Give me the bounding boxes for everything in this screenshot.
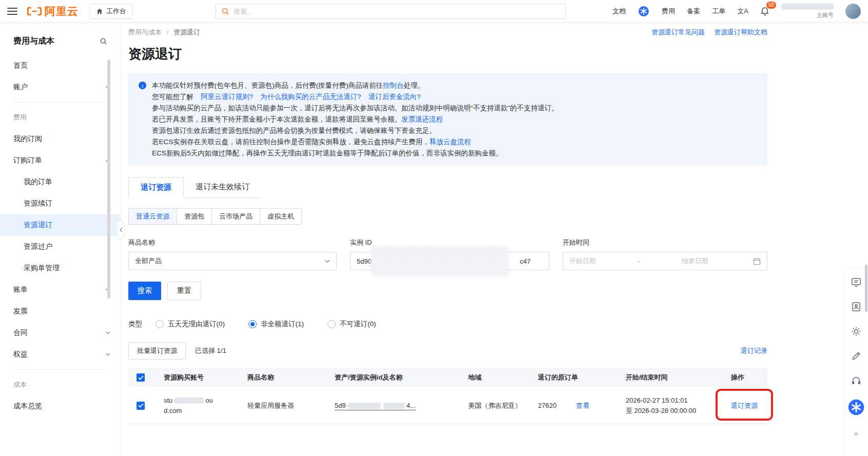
product-select[interactable]: 全部产品 (128, 252, 337, 270)
cell-order: 27620 查看 (538, 401, 626, 411)
nav-beian[interactable]: 备案 (687, 7, 700, 16)
sidebar-item-renewal[interactable]: 资源续订 (0, 193, 121, 214)
sidebar-scrollbar[interactable] (107, 60, 110, 299)
workbench-button[interactable]: 工作台 (90, 4, 132, 19)
sidebar-item-account[interactable]: 账户 (0, 76, 121, 98)
sidebar-item-orders[interactable]: 订购订单 (0, 150, 121, 171)
aliyun-logo-icon (27, 6, 42, 16)
panel-expand-arrow-icon[interactable]: » (854, 429, 858, 438)
radio-non-refundable[interactable]: 不可退订(0) (327, 320, 376, 329)
sidebar-collapse-handle[interactable] (118, 221, 125, 239)
radio-five-day-no-reason[interactable]: 五天无理由退订(0) (156, 320, 225, 329)
help-doc-link[interactable]: 资源退订帮助文档 (714, 28, 767, 37)
sidebar-item-cost-overview[interactable]: 成本总览 (0, 395, 121, 417)
search-icon (221, 7, 229, 15)
page-title: 资源退订 (128, 45, 767, 63)
notification-bell-icon[interactable]: 58 (760, 7, 769, 16)
sidebar-search-icon[interactable] (100, 37, 107, 45)
aliyun-logo[interactable]: 阿里云 (27, 4, 79, 18)
nav-ticket[interactable]: 工单 (712, 7, 725, 16)
sidebar-item-my-orders[interactable]: 我的订单 (0, 171, 121, 193)
refund-rules-link[interactable]: 阿里云退订规则? (201, 93, 253, 101)
date-range-picker[interactable]: 开始日期 - 结束日期 (563, 252, 767, 270)
chip-normal-cloud-resource[interactable]: 普通云资源 (128, 208, 177, 225)
account-type-label: 主账号 (817, 11, 834, 19)
faq-link[interactable]: 资源退订常见问题 (651, 28, 705, 37)
release-disk-link[interactable]: 释放云盘流程 (430, 138, 471, 146)
info-line: ECS新购后5天内如做过降配，再操作五天无理由退订时退款金额等于降配后订单的价值… (152, 148, 758, 159)
sidebar-item-benefits[interactable]: 权益 (0, 344, 121, 365)
chevron-down-icon (324, 260, 330, 263)
col-product: 商品名称 (247, 372, 335, 383)
chevron-down-icon (105, 331, 110, 334)
page-scrollbar[interactable] (865, 265, 867, 312)
invoice-return-link[interactable]: 发票退还流程 (401, 115, 443, 123)
menu-icon[interactable] (7, 8, 17, 15)
info-line: 若ECS实例存在关联云盘，请前往控制台操作是否需随实例释放，避免云盘持续产生费用… (152, 136, 758, 148)
sidebar-item-home[interactable]: 首页 (0, 55, 121, 76)
filter-row: 商品名称 全部产品 实例 ID 5d90 c47 开始时间 开始日期 - (128, 238, 767, 270)
community-icon[interactable] (638, 5, 650, 17)
tab-unsubscribe-pending-renewal[interactable]: 退订未生效续订 (184, 177, 261, 197)
start-time-label: 开始时间 (563, 238, 767, 247)
workbench-label: 工作台 (106, 7, 126, 16)
sidebar-item-subscriptions[interactable]: 我的订阅 (0, 128, 121, 150)
asset-id-link[interactable]: 5d94... (335, 402, 416, 410)
breadcrumb-row: 费用与成本 / 资源退订 资源退订常见问题 资源退订帮助文档 (128, 28, 767, 37)
contact-board-icon[interactable] (850, 276, 862, 288)
feedback-pencil-icon[interactable] (850, 350, 862, 362)
chevron-down-icon (105, 353, 110, 356)
reset-button[interactable]: 重置 (167, 282, 201, 300)
info-line: 若已开具发票，且账号下待开票金额小于本次退款金额，退款将退回至账号余额。发票退还… (152, 114, 758, 125)
console-link[interactable]: 控制台 (383, 82, 404, 89)
instance-id-input[interactable]: 5d90 c47 (350, 252, 549, 270)
batch-unsubscribe-button[interactable]: 批量退订资源 (128, 342, 186, 360)
unsubscribe-resource-link[interactable]: 退订资源 (731, 402, 758, 409)
help-links: 资源退订常见问题 资源退订帮助文档 (651, 28, 767, 37)
resource-type-chips: 普通云资源 资源包 云市场产品 虚拟主机 (128, 208, 767, 225)
nav-fee[interactable]: 费用 (662, 7, 675, 16)
start-date-placeholder[interactable]: 开始日期 (569, 256, 596, 266)
topbar: 阿里云 工作台 文档 费用 备案 工单 文A 58 主账号 (0, 0, 868, 23)
redacted-asset-name (383, 403, 405, 409)
row-checkbox[interactable] (137, 402, 145, 410)
community-icon[interactable] (848, 399, 864, 415)
refund-flow-link[interactable]: 退订后资金流向? (369, 93, 421, 101)
select-all-checkbox[interactable] (137, 373, 145, 382)
why-cannot-refund-link[interactable]: 为什么我购买的云产品无法退订? (260, 93, 361, 101)
search-button[interactable]: 搜索 (128, 282, 161, 300)
redacted-instance-id (371, 246, 509, 276)
breadcrumb-parent[interactable]: 费用与成本 (128, 28, 162, 36)
sidebar-item-bills[interactable]: 账单 (0, 279, 121, 301)
table-header: 资源购买账号 商品名称 资产/资源实例id及名称 地域 退订的原订单 开始/结束… (128, 368, 767, 387)
avatar[interactable] (845, 4, 861, 19)
info-line: 本功能仅针对预付费(包年包月、资源包)商品，后付费(按量付费)商品请前往控制台处… (152, 80, 758, 91)
user-guide-icon[interactable] (850, 301, 862, 313)
view-order-link[interactable]: 查看 (576, 401, 589, 411)
chip-resource-package[interactable]: 资源包 (177, 208, 212, 225)
end-date-placeholder[interactable]: 结束日期 (682, 256, 708, 266)
account-info[interactable]: 主账号 (781, 4, 834, 19)
sidebar-item-unsubscribe[interactable]: 资源退订 (0, 214, 121, 236)
radio-icon (327, 320, 336, 328)
redacted-asset-id (348, 403, 380, 409)
search-input[interactable] (234, 8, 561, 15)
cell-action: 退订资源 (731, 401, 767, 411)
support-headset-icon[interactable] (850, 374, 862, 387)
settings-gear-icon[interactable] (850, 325, 862, 338)
tab-unsubscribe-resource[interactable]: 退订资源 (128, 177, 184, 198)
info-line: 资源包退订生效后通过资源包抵扣的产品将会切换为按量付费模式，请确保账号下资金充足… (152, 125, 758, 136)
chip-virtual-host[interactable]: 虚拟主机 (260, 208, 302, 225)
breadcrumb-separator: / (167, 28, 169, 36)
radio-partial-refund[interactable]: 非全额退订(1) (248, 320, 304, 329)
sidebar-item-transfer[interactable]: 资源过户 (0, 236, 121, 257)
global-search[interactable] (216, 4, 566, 19)
chip-marketplace[interactable]: 云市场产品 (211, 208, 260, 225)
sidebar-item-invoice[interactable]: 发票 (0, 301, 121, 322)
col-asset: 资产/资源实例id及名称 (335, 372, 468, 383)
language-icon[interactable]: 文A (737, 7, 748, 16)
sidebar-item-contract[interactable]: 合同 (0, 322, 121, 344)
nav-docs[interactable]: 文档 (612, 7, 626, 16)
unsubscribe-record-link[interactable]: 退订记录 (741, 346, 767, 355)
sidebar-item-purchase-orders[interactable]: 采购单管理 (0, 257, 121, 279)
